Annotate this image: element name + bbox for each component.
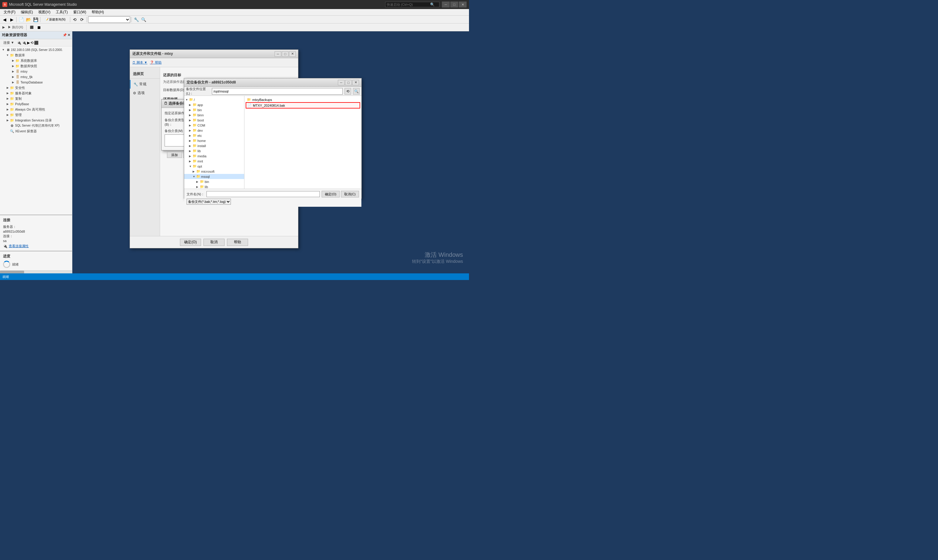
tree-tempdb[interactable]: ▶ 🗄 TempDatabase — [0, 80, 72, 85]
conn-link[interactable]: 查看连接属性 — [9, 244, 29, 248]
menu-edit[interactable]: 编辑(E) — [18, 9, 35, 15]
ltree-dev[interactable]: ▶ 📁 dev — [184, 128, 244, 133]
tree-sqlagent[interactable]: ⚙ SQL Server 代理(已禁用代理 XP) — [0, 123, 72, 128]
ltree-microsoft-expander[interactable]: ▶ — [192, 170, 196, 173]
oe-pin-icon[interactable]: 📌 — [63, 33, 67, 37]
oe-connect-btn[interactable]: 连接 ▼ — [1, 40, 16, 46]
ltree-media-expander[interactable]: ▶ — [189, 155, 192, 158]
locate-filter-select[interactable]: 备份文件(*.bak;*.trn;*.log) — [186, 198, 231, 205]
tempdb-expander[interactable]: ▶ — [11, 80, 15, 85]
tree-replication[interactable]: ▶ 📁 复制 — [0, 96, 72, 101]
restore-close-btn[interactable]: ✕ — [289, 51, 296, 57]
ltree-bin[interactable]: ▶ 📁 bin — [184, 107, 244, 112]
quick-search-box[interactable]: 🔍 — [385, 2, 440, 7]
locate-maximize-btn[interactable]: □ — [345, 80, 352, 85]
integration-expander[interactable]: ▶ — [5, 118, 10, 122]
tree-mtxy-fjk[interactable]: ▶ 🗄 mtxy_fjk — [0, 74, 72, 80]
toolbar-btn-open[interactable]: 📂 — [25, 16, 32, 23]
ltree-com-expander[interactable]: ▶ — [189, 124, 192, 127]
locate-path-input[interactable] — [212, 88, 343, 95]
ltree-bin-expander[interactable]: ▶ — [189, 109, 192, 112]
oe-toolbar-icon2[interactable]: 🔌 — [22, 41, 26, 45]
tree-system-db[interactable]: ▶ 📁 系统数据库 — [0, 58, 72, 63]
close-button[interactable]: ✕ — [459, 2, 467, 8]
replication-expander[interactable]: ▶ — [5, 97, 10, 101]
ltree-microsoft[interactable]: ▶ 📁 microsoft — [184, 169, 244, 174]
menu-tools[interactable]: 工具(T) — [53, 9, 70, 15]
locate-ok-btn[interactable]: 确定(O) — [321, 191, 340, 197]
tree-xevent[interactable]: 🔍 XEvent 探查器 — [0, 128, 72, 134]
ltree-mssql-lib-expander[interactable]: ▶ — [196, 185, 200, 188]
ltree-opt[interactable]: ▼ 📁 opt — [184, 164, 244, 169]
tree-integration[interactable]: ▶ 📁 Integration Services 目录 — [0, 117, 72, 123]
menu-file[interactable]: 文件(F) — [1, 9, 18, 15]
toolbar-btn-new[interactable]: 📄 — [18, 16, 25, 23]
system-db-expander[interactable]: ▶ — [11, 58, 15, 63]
ltree-home[interactable]: ▶ 📁 home — [184, 138, 244, 143]
ltree-app[interactable]: ▶ 📁 app — [184, 102, 244, 107]
tree-security[interactable]: ▶ 📁 安全性 — [0, 85, 72, 91]
databases-expander[interactable]: ▼ — [5, 53, 10, 57]
toolbar-btn-redo[interactable]: ⟳ — [78, 16, 85, 23]
db-selector[interactable] — [88, 16, 130, 23]
ltree-root[interactable]: ▼ 📁 / — [184, 97, 244, 102]
menu-help[interactable]: 帮助(H) — [89, 9, 106, 15]
restore-ok-btn[interactable]: 确定(O) — [180, 239, 201, 246]
tree-server[interactable]: ▼ 🖥 192.168.0.188 (SQL Server 15.0.2000. — [0, 47, 72, 52]
restore-script-btn[interactable]: 🗒 脚本 ▼ — [132, 60, 148, 65]
oe-close-icon[interactable]: ✕ — [68, 33, 70, 37]
ltree-binn-expander[interactable]: ▶ — [189, 114, 192, 117]
oe-toolbar-icon1[interactable]: 🔌 — [17, 41, 22, 45]
ltree-etc[interactable]: ▶ 📁 etc — [184, 133, 244, 138]
ltree-mnt[interactable]: ▶ 📁 mnt — [184, 158, 244, 164]
polybase-expander[interactable]: ▶ — [5, 102, 10, 106]
menu-view[interactable]: 视图(V) — [36, 9, 53, 15]
locate-dialog-titlebar[interactable]: 定位备份文件 - a88921c050d8 ─ □ ✕ — [184, 78, 361, 87]
mtxy-expander[interactable]: ▶ — [11, 69, 15, 74]
server-expander[interactable]: ▼ — [1, 48, 5, 52]
toolbar-btn-2[interactable]: ▶ — [8, 16, 15, 23]
toolbar2-btn-debug[interactable]: ⬛ — [28, 24, 35, 31]
ltree-binn[interactable]: ▶ 📁 binn — [184, 112, 244, 117]
minimize-button[interactable]: ─ — [442, 2, 450, 8]
ltree-mssql[interactable]: ▼ 📁 mssql — [184, 174, 244, 179]
restore-button[interactable]: □ — [450, 2, 458, 8]
ltree-mssql-bin-expander[interactable]: ▶ — [196, 180, 200, 183]
restore-help-btn[interactable]: ❓ 帮助 — [150, 60, 161, 65]
ltree-media[interactable]: ▶ 📁 media — [184, 154, 244, 158]
locate-close-btn[interactable]: ✕ — [352, 80, 359, 85]
ltree-mssql-lib[interactable]: ▶ 📁 lib — [184, 184, 244, 189]
tree-mtxy[interactable]: ▶ 🗄 mtxy — [0, 69, 72, 74]
toolbar-btn-props[interactable]: 🔧 — [133, 16, 140, 23]
alwayson-expander[interactable]: ▶ — [5, 107, 10, 112]
ltree-boot[interactable]: ▶ 📁 boot — [184, 117, 244, 123]
ltree-com[interactable]: ▶ 📁 COM — [184, 123, 244, 128]
ltree-install[interactable]: ▶ 📁 install — [184, 143, 244, 148]
ltree-mssql-bin[interactable]: ▶ 📁 bin — [184, 179, 244, 184]
locate-filename-input[interactable] — [206, 191, 320, 197]
tree-db-snapshots[interactable]: ▶ 📁 数据库快照 — [0, 63, 72, 69]
ltree-lib[interactable]: ▶ 📁 lib — [184, 148, 244, 154]
toolbar-btn-save[interactable]: 💾 — [32, 16, 39, 23]
ltree-lib-expander[interactable]: ▶ — [189, 149, 192, 152]
management-expander[interactable]: ▶ — [5, 113, 10, 117]
restore-dialog-titlebar[interactable]: 还原文件和文件组 - mtxy ─ □ ✕ — [130, 50, 298, 58]
server-objects-expander[interactable]: ▶ — [5, 91, 10, 95]
toolbar-btn-new-query[interactable]: 📝 新建查询(N) — [42, 16, 69, 23]
oe-hscrollbar[interactable] — [0, 270, 72, 273]
security-expander[interactable]: ▶ — [5, 86, 10, 90]
toolbar-btn-undo[interactable]: ⟲ — [71, 16, 78, 23]
tree-databases[interactable]: ▼ 📁 数据库 — [0, 52, 72, 58]
ltree-install-expander[interactable]: ▶ — [189, 145, 192, 148]
ltree-root-expander[interactable]: ▼ — [185, 98, 189, 101]
toolbar-btn-1[interactable]: ◀ — [1, 16, 8, 23]
locate-search-btn[interactable]: 🔍 — [353, 88, 360, 95]
restore-nav-general[interactable]: 🔧 常规 — [130, 80, 160, 89]
menu-window[interactable]: 窗口(W) — [71, 9, 89, 15]
select-backup-add-btn[interactable]: 添加 — [167, 152, 182, 158]
restore-maximize-btn[interactable]: □ — [282, 51, 288, 57]
ltree-boot-expander[interactable]: ▶ — [189, 119, 192, 122]
tree-management[interactable]: ▶ 📁 管理 — [0, 112, 72, 117]
locate-refresh-btn[interactable]: ⟲ — [344, 88, 351, 95]
locate-file-bak[interactable]: 📄 MTXY_20240814.bak — [246, 102, 360, 109]
